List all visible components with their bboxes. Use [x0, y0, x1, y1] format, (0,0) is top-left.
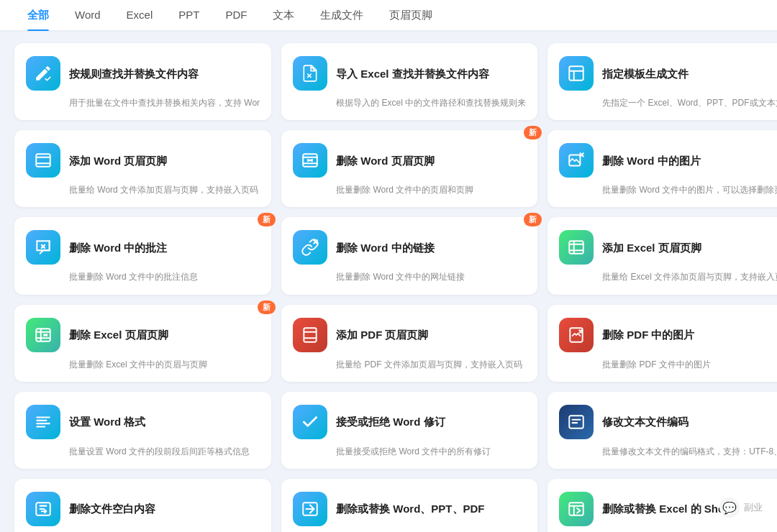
- card-header: 删除 Word 中的批注: [26, 230, 260, 265]
- badge-new: 新: [524, 213, 542, 226]
- card-title: 删除 PDF 中的图片: [602, 327, 694, 342]
- card-find-replace[interactable]: 按规则查找并替换文件内容用于批量在文件中查找并替换相关内容，支持 Wor: [14, 43, 271, 120]
- card-title: 修改文本文件编码: [602, 414, 689, 429]
- card-title: 删除 Word 中的图片: [602, 153, 700, 168]
- card-delete-word-header-footer[interactable]: 新删除 Word 页眉页脚批量删除 Word 文件中的页眉和页脚: [281, 130, 537, 207]
- tabs-bar: 全部WordExcelPPTPDF文本生成文件页眉页脚: [0, 0, 777, 32]
- card-desc: 批量删除 Word 文件中的批注信息: [26, 270, 260, 284]
- card-icon-delete-replace-word-ppt-pdf: [293, 492, 327, 526]
- card-desc: 用于批量在文件中查找并替换相关内容，支持 Wor: [26, 96, 260, 110]
- badge-new: 新: [258, 301, 276, 314]
- badge-new: 新: [524, 126, 542, 139]
- tab-header-footer[interactable]: 页眉页脚: [376, 0, 445, 31]
- card-desc: 批量删除 Word 文件中的页眉和页脚: [293, 183, 526, 197]
- card-delete-excel-header-footer[interactable]: 新删除 Excel 页眉页脚批量删除 Excel 文件中的页眉与页脚: [14, 305, 271, 382]
- card-title: 导入 Excel 查找并替换文件内容: [336, 66, 489, 81]
- tab-pdf[interactable]: PDF: [212, 0, 260, 31]
- card-header: 导入 Excel 查找并替换文件内容: [293, 56, 526, 91]
- card-icon-delete-word-header-footer: [293, 143, 327, 178]
- card-delete-replace-word-ppt-pdf[interactable]: 删除或替换 Word、PPT、PDF: [281, 479, 537, 532]
- card-template-generate[interactable]: 指定模板生成文件先指定一个 Excel、Word、PPT、PDF或文本文件作: [547, 43, 777, 120]
- card-icon-modify-text-encoding: [559, 405, 594, 439]
- card-header: 添加 PDF 页眉页脚: [293, 318, 526, 352]
- card-icon-delete-replace-excel-sheet: [559, 492, 594, 526]
- tab-generate[interactable]: 生成文件: [307, 0, 376, 31]
- card-desc: 批量给 PDF 文件添加页眉与页脚，支持嵌入页码: [293, 358, 526, 372]
- badge-new: 新: [258, 213, 276, 226]
- tab-all[interactable]: 全部: [14, 0, 62, 31]
- tab-excel[interactable]: Excel: [114, 0, 166, 31]
- card-desc: 批量给 Excel 文件添加页眉与页脚，支持嵌入页码: [559, 270, 777, 284]
- card-modify-text-encoding[interactable]: 修改文本文件编码批量修改文本文件的编码格式，支持：UTF-8、BIG: [547, 392, 777, 469]
- card-icon-delete-blank-content: [26, 492, 60, 526]
- tab-text[interactable]: 文本: [260, 0, 307, 31]
- card-title: 接受或拒绝 Word 修订: [336, 414, 445, 429]
- card-title: 删除或替换 Excel 的 Sheet: [602, 501, 734, 516]
- card-icon-delete-word-image: [559, 143, 594, 178]
- card-desc: 批量修改文本文件的编码格式，支持：UTF-8、BIG: [559, 445, 777, 459]
- card-icon-add-excel-header-footer: [559, 230, 594, 265]
- svg-rect-11: [569, 503, 583, 515]
- card-title: 删除文件空白内容: [69, 501, 155, 516]
- card-desc: 先指定一个 Excel、Word、PPT、PDF或文本文件作: [559, 96, 777, 110]
- card-title: 指定模板生成文件: [602, 66, 689, 81]
- card-add-word-header-footer[interactable]: 添加 Word 页眉页脚批量给 Word 文件添加页眉与页脚，支持嵌入页码: [14, 130, 271, 207]
- card-desc: 批量删除 PDF 文件中的图片: [559, 358, 777, 372]
- card-header: 删除文件空白内容: [26, 492, 260, 526]
- svg-rect-5: [36, 329, 50, 341]
- card-delete-pdf-image[interactable]: 新删除 PDF 中的图片批量删除 PDF 文件中的图片: [547, 305, 777, 382]
- card-icon-delete-excel-header-footer: [26, 318, 60, 352]
- card-title: 按规则查找并替换文件内容: [69, 66, 199, 81]
- card-desc: 批量设置 Word 文件的段前段后间距等格式信息: [26, 445, 260, 459]
- card-header: 设置 Word 格式: [26, 405, 260, 439]
- card-title: 删除 Word 中的链接: [336, 240, 434, 255]
- card-desc: 批量删除 Excel 文件中的页眉与页脚: [26, 358, 260, 372]
- watermark-label: 副业: [744, 501, 763, 514]
- card-header: 修改文本文件编码: [559, 405, 777, 439]
- tab-ppt[interactable]: PPT: [165, 0, 212, 31]
- card-set-word-format[interactable]: 设置 Word 格式批量设置 Word 文件的段前段后间距等格式信息: [14, 392, 271, 469]
- card-icon-delete-pdf-image: [559, 318, 594, 352]
- card-header: 删除 Word 中的图片: [559, 143, 777, 178]
- card-desc: 批量给 Word 文件添加页眉与页脚，支持嵌入页码: [26, 183, 260, 197]
- card-add-excel-header-footer[interactable]: 添加 Excel 页眉页脚批量给 Excel 文件添加页眉与页脚，支持嵌入页码: [547, 217, 777, 294]
- card-delete-word-image[interactable]: 新删除 Word 中的图片批量删除 Word 文件中的图片，可以选择删除页眉: [547, 130, 777, 207]
- card-icon-set-word-format: [26, 405, 60, 439]
- card-header: 指定模板生成文件: [559, 56, 777, 91]
- card-icon-add-pdf-header-footer: [293, 318, 327, 352]
- card-delete-blank-content[interactable]: 删除文件空白内容: [14, 479, 271, 532]
- svg-rect-6: [304, 328, 316, 342]
- svg-rect-0: [569, 66, 583, 81]
- card-header: 添加 Word 页眉页脚: [26, 143, 260, 178]
- card-title: 设置 Word 格式: [69, 414, 145, 429]
- card-desc: 批量删除 Word 文件中的图片，可以选择删除页眉: [559, 183, 777, 197]
- tab-word[interactable]: Word: [62, 0, 114, 31]
- card-header: 接受或拒绝 Word 修订: [293, 405, 526, 439]
- card-desc: 根据导入的 Excel 中的文件路径和查找替换规则来: [293, 96, 526, 110]
- card-header: 删除 PDF 中的图片: [559, 318, 777, 352]
- card-header: 添加 Excel 页眉页脚: [559, 230, 777, 265]
- svg-rect-1: [36, 155, 50, 167]
- card-title: 添加 Excel 页眉页脚: [602, 240, 701, 255]
- card-add-pdf-header-footer[interactable]: 添加 PDF 页眉页脚批量给 PDF 文件添加页眉与页脚，支持嵌入页码: [281, 305, 537, 382]
- card-header: 删除或替换 Word、PPT、PDF: [293, 492, 526, 526]
- card-accept-reject-word-revision[interactable]: 接受或拒绝 Word 修订批量接受或拒绝 Word 文件中的所有修订: [281, 392, 537, 469]
- card-title: 删除 Word 页眉页脚: [336, 153, 434, 168]
- card-header: 删除 Word 页眉页脚: [293, 143, 526, 178]
- card-icon-delete-word-link: [293, 230, 327, 265]
- card-title: 删除或替换 Word、PPT、PDF: [336, 501, 484, 516]
- card-header: 删除 Word 中的链接: [293, 230, 526, 265]
- card-title: 删除 Word 中的批注: [69, 240, 167, 255]
- card-icon-delete-word-comment: [26, 230, 60, 265]
- card-icon-find-replace: [26, 56, 60, 91]
- watermark: 💬 副业: [719, 497, 763, 518]
- card-icon-accept-reject-word-revision: [293, 405, 327, 439]
- card-delete-word-comment[interactable]: 新删除 Word 中的批注批量删除 Word 文件中的批注信息: [14, 217, 271, 294]
- card-title: 删除 Excel 页眉页脚: [69, 327, 168, 342]
- card-import-excel-replace[interactable]: 导入 Excel 查找并替换文件内容根据导入的 Excel 中的文件路径和查找替…: [281, 43, 537, 120]
- card-icon-template-generate: [559, 56, 594, 91]
- card-header: 按规则查找并替换文件内容: [26, 56, 260, 91]
- cards-grid: 按规则查找并替换文件内容用于批量在文件中查找并替换相关内容，支持 Wor导入 E…: [0, 32, 777, 532]
- card-delete-word-link[interactable]: 新删除 Word 中的链接批量删除 Word 文件中的网址链接: [281, 217, 537, 294]
- svg-rect-4: [569, 242, 583, 254]
